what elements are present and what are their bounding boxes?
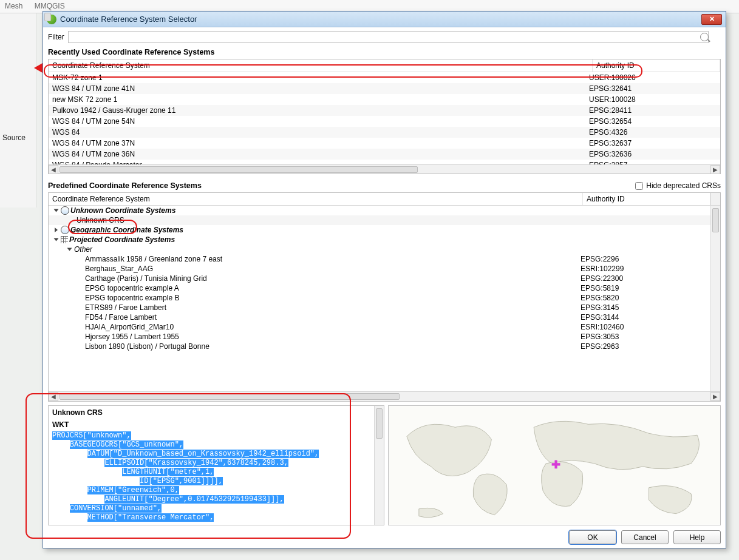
wkt-text[interactable]: PROJCRS["unknown", BASEGEOGCRS["GCS_unkn…	[52, 431, 381, 522]
recent-col-auth[interactable]: Authority ID	[593, 59, 720, 72]
crs-origin-marker-icon: ✚	[551, 459, 560, 470]
tree-row[interactable]: Berghaus_Star_AAGESRI:102299	[49, 264, 710, 274]
tree-col-crs[interactable]: Coordinate Reference System	[49, 193, 583, 205]
expand-icon[interactable]	[67, 248, 72, 251]
recent-row[interactable]: WGS 84 / Pseudo-MercatorEPSG:3857	[49, 160, 720, 164]
recent-row-name: Pulkovo 1942 / Gauss-Kruger zone 11	[52, 106, 589, 115]
titlebar[interactable]: Coordinate Reference System Selector ✕	[43, 12, 726, 27]
recent-row[interactable]: WGS 84EPSG:4326	[49, 127, 720, 138]
host-source-label: Source	[2, 133, 26, 142]
recent-row-auth: USER:100028	[589, 95, 717, 104]
tree-row[interactable]: EPSG topocentric example BEPSG:5820	[49, 293, 710, 303]
recent-row-name: new MSK 72 zone 1	[52, 95, 589, 104]
recent-row[interactable]: WGS 84 / UTM zone 54NEPSG:32654	[49, 116, 720, 127]
wkt-vscroll[interactable]	[374, 406, 384, 525]
tree-item-auth: EPSG:3144	[581, 313, 708, 322]
tree-item-auth: EPSG:3145	[581, 303, 708, 312]
tree-row[interactable]: Other	[49, 245, 710, 254]
wkt-crs-name: Unknown CRS	[52, 408, 381, 417]
crs-selector-dialog: Coordinate Reference System Selector ✕ F…	[43, 11, 726, 548]
scroll-right-icon[interactable]: ▶	[710, 165, 720, 174]
recent-list: Coordinate Reference System Authority ID…	[48, 59, 721, 174]
tree-row[interactable]: EPSG topocentric example AEPSG:5819	[49, 283, 710, 293]
expand-icon[interactable]	[54, 238, 59, 241]
tree-vscroll[interactable]	[710, 206, 720, 391]
search-icon	[700, 33, 709, 41]
tree-col-auth[interactable]: Authority ID	[583, 193, 710, 205]
predefined-heading: Predefined Coordinate Reference Systems	[48, 181, 202, 190]
tree-item-auth: EPSG:5820	[581, 294, 708, 302]
tree-hscroll[interactable]: ◀ ▶	[49, 391, 720, 401]
tree-row[interactable]: Hjorsey 1955 / Lambert 1955EPSG:3053	[49, 332, 710, 342]
close-button[interactable]: ✕	[701, 14, 722, 25]
recent-hscroll[interactable]: ◀ ▶	[49, 164, 720, 174]
recent-row-auth: EPSG:32637	[589, 139, 717, 147]
tree-item-label: Carthage (Paris) / Tunisia Mining Grid	[85, 274, 207, 283]
tree-item-label: Hjorsey 1955 / Lambert 1955	[85, 332, 179, 341]
hide-deprecated-label: Hide deprecated CRSs	[646, 181, 721, 190]
recent-row-auth: EPSG:4326	[589, 128, 717, 137]
hide-deprecated-checkbox[interactable]: Hide deprecated CRSs	[635, 181, 721, 190]
tree-row[interactable]: Lisbon 1890 (Lisbon) / Portugal BonneEPS…	[49, 342, 710, 351]
tree-row[interactable]: Carthage (Paris) / Tunisia Mining GridEP…	[49, 274, 710, 283]
tree-item-auth: EPSG:5819	[581, 284, 708, 292]
globe-icon	[61, 226, 69, 234]
recent-row[interactable]: WGS 84 / UTM zone 37NEPSG:32637	[49, 138, 720, 149]
menu-mmqgis[interactable]: MMQGIS	[35, 2, 65, 10]
tree-row-unknown-crs[interactable]: Unknown CRS	[49, 215, 710, 225]
filter-input[interactable]	[68, 31, 709, 43]
tree-item-label: Lisbon 1890 (Lisbon) / Portugal Bonne	[85, 342, 209, 351]
help-button[interactable]: Help	[673, 530, 721, 544]
dialog-title: Coordinate Reference System Selector	[60, 15, 701, 24]
scroll-left-icon[interactable]: ◀	[49, 392, 58, 401]
recent-row[interactable]: WGS 84 / UTM zone 41NEPSG:32641	[49, 83, 720, 94]
tree-item-label: Ammassalik 1958 / Greenland zone 7 east	[85, 255, 222, 263]
tree-row[interactable]: Unknown Coordinate Systems	[49, 206, 710, 215]
dialog-button-bar: OK Cancel Help	[48, 530, 721, 544]
tree-item-label: ETRS89 / Faroe Lambert	[85, 303, 166, 312]
recent-heading: Recently Used Coordinate Reference Syste…	[48, 48, 721, 56]
recent-row[interactable]: MSK-72 zone 1USER:100026	[49, 72, 720, 83]
recent-row-auth: EPSG:32654	[589, 117, 717, 126]
tree-row[interactable]: Geographic Coordinate Systems	[49, 225, 710, 235]
recent-row-auth: EPSG:28411	[589, 106, 717, 115]
expand-icon[interactable]	[55, 228, 58, 232]
tree-item-auth: EPSG:2963	[581, 342, 708, 351]
tree-row[interactable]: Ammassalik 1958 / Greenland zone 7 eastE…	[49, 254, 710, 264]
tree-item-label: Unknown CRS	[77, 216, 124, 224]
recent-row-name: WGS 84 / UTM zone 37N	[52, 139, 589, 147]
recent-row[interactable]: WGS 84 / UTM zone 36NEPSG:32636	[49, 149, 720, 160]
tree-row[interactable]: HJAIA_AirportGrid_2Mar10ESRI:102460	[49, 322, 710, 332]
ok-button[interactable]: OK	[569, 530, 616, 544]
cancel-button[interactable]: Cancel	[621, 530, 669, 544]
scroll-left-icon[interactable]: ◀	[49, 165, 58, 174]
tree-row[interactable]: FD54 / Faroe LambertEPSG:3144	[49, 312, 710, 322]
recent-row-auth: EPSG:32641	[589, 84, 717, 93]
wkt-label: WKT	[52, 420, 381, 429]
world-map-preview: ✚	[388, 405, 721, 525]
hide-deprecated-input[interactable]	[635, 182, 643, 190]
recent-row[interactable]: Pulkovo 1942 / Gauss-Kruger zone 11EPSG:…	[49, 105, 720, 116]
tree-item-auth: EPSG:22300	[581, 274, 708, 283]
tree-row[interactable]: ETRS89 / Faroe LambertEPSG:3145	[49, 303, 710, 312]
filter-label: Filter	[48, 33, 64, 41]
tree-item-auth: ESRI:102299	[581, 265, 708, 273]
recent-row-name: WGS 84 / UTM zone 36N	[52, 150, 589, 158]
expand-icon[interactable]	[54, 209, 59, 212]
recent-row-name: WGS 84 / UTM zone 41N	[52, 84, 589, 93]
tree-row[interactable]: Projected Coordinate Systems	[49, 235, 710, 245]
recent-col-crs[interactable]: Coordinate Reference System	[49, 59, 593, 72]
globe-icon	[61, 206, 69, 215]
tree-item-auth: EPSG:2296	[581, 255, 708, 263]
scroll-right-icon[interactable]: ▶	[710, 392, 720, 401]
recent-row-name: MSK-72 zone 1	[52, 73, 589, 82]
recent-row-auth: USER:100026	[589, 73, 717, 82]
tree-item-auth: ESRI:102460	[581, 323, 708, 331]
recent-row[interactable]: new MSK 72 zone 1USER:100028	[49, 94, 720, 105]
host-toolbar	[0, 13, 36, 207]
recent-row-name: WGS 84	[52, 128, 589, 137]
tree-item-label: Berghaus_Star_AAG	[85, 265, 153, 273]
menu-mesh[interactable]: Mesh	[5, 2, 22, 10]
tree-item-label: EPSG topocentric example A	[85, 284, 179, 292]
tree-item-auth: EPSG:3053	[581, 332, 708, 341]
